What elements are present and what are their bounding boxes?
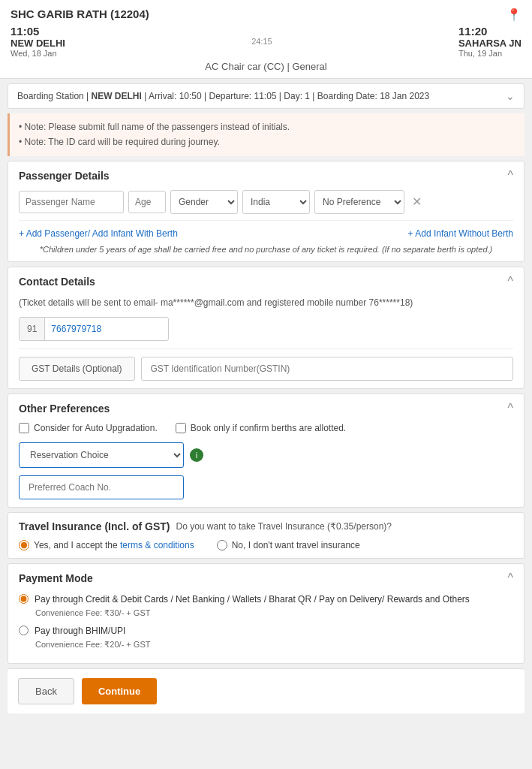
footer-bar: Back Continue — [8, 668, 524, 713]
train-class: AC Chair car (CC) | General — [11, 61, 521, 72]
reservation-choice-select[interactable]: Reservation Choice E-Ticket I-Ticket — [19, 442, 184, 468]
confirm-berth-checkbox-item: Book only if confirm berths are allotted… — [176, 423, 346, 433]
convenience-fee-1: Convenience Fee: ₹30/- + GST — [35, 608, 513, 618]
payment-radio-row-2: Pay through BHIM/UPI — [19, 624, 513, 638]
other-preferences-title: Other Preferences — [19, 403, 110, 415]
country-select[interactable]: India — [242, 190, 310, 214]
location-icon: 📍 — [506, 8, 521, 22]
add-passenger-row: + Add Passenger/ Add Infant With Berth +… — [19, 228, 513, 239]
collapse-icon[interactable]: ^ — [507, 169, 513, 182]
contact-collapse-icon[interactable]: ^ — [507, 275, 513, 288]
phone-row: 91 — [19, 317, 169, 341]
contact-details-header: Contact Details ^ — [19, 275, 513, 288]
origin-station: NEW DELHI — [11, 38, 65, 49]
payment-collapse-icon[interactable]: ^ — [507, 571, 513, 585]
train-title: SHC GARIB RATH (12204) — [11, 8, 521, 20]
insurance-title: Travel Insurance (Incl. of GST) — [19, 520, 170, 532]
add-passenger-link[interactable]: + Add Passenger/ Add Infant With Berth — [19, 228, 178, 239]
duration-display: 24:15 — [248, 37, 275, 46]
origin-date: Wed, 18 Jan — [11, 49, 65, 58]
chevron-down-icon: ⌄ — [506, 90, 515, 102]
continue-button[interactable]: Continue — [82, 678, 157, 704]
children-note: *Children under 5 years of age shall be … — [19, 245, 513, 254]
insurance-no-label: No, I don't want travel insurance — [232, 540, 360, 550]
boarding-label: Boarding Station | NEW DELHI | Arrival: … — [17, 91, 429, 101]
remove-passenger-button[interactable]: ✕ — [412, 195, 422, 209]
gst-details-button[interactable]: GST Details (Optional) — [19, 357, 135, 381]
contact-details-section: Contact Details ^ (Ticket details will b… — [8, 267, 524, 389]
other-preferences-section: Other Preferences ^ Consider for Auto Up… — [8, 394, 524, 508]
add-infant-link[interactable]: + Add Infant Without Berth — [408, 228, 513, 239]
contact-note: (Ticket details will be sent to email- m… — [19, 296, 513, 309]
insurance-no-radio[interactable] — [217, 540, 227, 550]
payment-label-1: Pay through Credit & Debit Cards / Net B… — [35, 593, 470, 606]
train-route: 11:05 NEW DELHI Wed, 18 Jan 24:15 11:20 … — [11, 25, 521, 58]
payment-mode-section: Payment Mode ^ Pay through Credit & Debi… — [8, 563, 524, 664]
payment-label-2: Pay through BHIM/UPI — [35, 624, 125, 638]
preferences-checkbox-row: Consider for Auto Upgradation. Book only… — [19, 423, 513, 433]
berth-preference-select[interactable]: No Preference Lower Middle Upper Side Lo… — [314, 190, 404, 214]
note-1: • Note: Please submit full name of the p… — [19, 119, 515, 134]
confirm-berth-checkbox[interactable] — [176, 423, 186, 433]
insurance-yes-radio[interactable] — [19, 540, 29, 550]
convenience-fee-2: Convenience Fee: ₹20/- + GST — [35, 640, 513, 650]
train-origin: 11:05 NEW DELHI Wed, 18 Jan — [11, 25, 65, 58]
payment-radio-1[interactable] — [19, 594, 29, 604]
contact-details-title: Contact Details — [19, 276, 95, 288]
payment-radio-2[interactable] — [19, 626, 29, 635]
auto-upgrade-label: Consider for Auto Upgradation. — [34, 423, 158, 433]
passenger-age-input[interactable] — [128, 191, 166, 213]
note-2: • Note: The ID card will be required dur… — [19, 134, 515, 149]
confirm-berth-label: Book only if confirm berths are allotted… — [191, 423, 346, 433]
insurance-yes-option: Yes, and I accept the terms & conditions — [19, 540, 194, 550]
insurance-options: Yes, and I accept the terms & conditions… — [19, 540, 513, 550]
payment-option-1: Pay through Credit & Debit Cards / Net B… — [19, 593, 513, 618]
train-destination: 11:20 SAHARSA JN Thu, 19 Jan — [458, 25, 521, 58]
preferences-collapse-icon[interactable]: ^ — [507, 402, 513, 415]
payment-option-2: Pay through BHIM/UPI Convenience Fee: ₹2… — [19, 624, 513, 650]
insurance-no-option: No, I don't want travel insurance — [217, 540, 360, 550]
coach-input-wrapper — [19, 475, 513, 499]
departure-time: 11:05 — [11, 25, 65, 38]
train-header: SHC GARIB RATH (12204) 📍 11:05 NEW DELHI… — [0, 0, 532, 79]
phone-input[interactable] — [45, 318, 135, 340]
insurance-yes-label: Yes, and I accept the terms & conditions — [34, 540, 194, 550]
passenger-row-1: Gender Male Female Transgender India No … — [19, 190, 513, 214]
destination-date: Thu, 19 Jan — [458, 49, 521, 58]
terms-link[interactable]: terms & conditions — [120, 540, 194, 550]
preferred-coach-input[interactable] — [19, 475, 184, 499]
other-preferences-header: Other Preferences ^ — [19, 402, 513, 415]
auto-upgrade-checkbox[interactable] — [19, 423, 29, 433]
info-icon[interactable]: i — [190, 448, 203, 462]
notes-box: • Note: Please submit full name of the p… — [8, 113, 524, 156]
passenger-name-input[interactable] — [19, 191, 124, 213]
arrival-time: 11:20 — [458, 25, 521, 38]
insurance-subtitle: Do you want to take Travel Insurance (₹0… — [176, 521, 392, 532]
payment-mode-title: Payment Mode — [19, 572, 93, 584]
travel-insurance-section: Travel Insurance (Incl. of GST) Do you w… — [8, 512, 524, 559]
reservation-row: Reservation Choice E-Ticket I-Ticket i — [19, 442, 513, 468]
insurance-title-row: Travel Insurance (Incl. of GST) Do you w… — [19, 520, 513, 532]
back-button[interactable]: Back — [18, 678, 74, 704]
passenger-details-title: Passenger Details — [19, 170, 110, 182]
destination-station: SAHARSA JN — [458, 38, 521, 49]
gst-number-input[interactable] — [141, 357, 514, 381]
passenger-details-section: Passenger Details ^ Gender Male Female T… — [8, 161, 524, 262]
gst-row: GST Details (Optional) — [19, 348, 513, 381]
auto-upgrade-checkbox-item: Consider for Auto Upgradation. — [19, 423, 158, 433]
payment-radio-row-1: Pay through Credit & Debit Cards / Net B… — [19, 593, 513, 606]
passenger-details-header: Passenger Details ^ — [19, 169, 513, 182]
gender-select[interactable]: Gender Male Female Transgender — [170, 190, 238, 214]
payment-mode-header: Payment Mode ^ — [19, 571, 513, 585]
phone-prefix: 91 — [20, 318, 45, 340]
boarding-station-bar[interactable]: Boarding Station | NEW DELHI | Arrival: … — [8, 83, 524, 109]
